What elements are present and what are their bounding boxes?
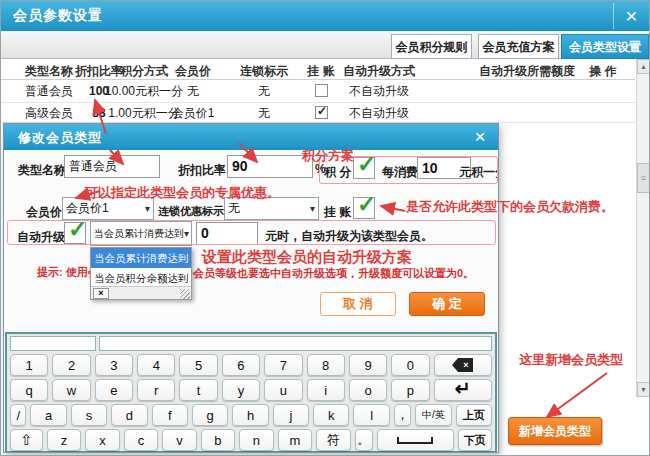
table-row[interactable]: 普通会员10010.00元积一分无无不自动升级 (1, 80, 635, 103)
type-name-label: 类型名称 (18, 162, 66, 179)
space-key[interactable] (377, 429, 454, 451)
points-label: 积 分 (324, 164, 351, 181)
key-2[interactable]: s (71, 404, 107, 426)
key-b2[interactable]: c (124, 429, 158, 451)
key-b6[interactable]: m (278, 429, 312, 451)
dropdown-option-1[interactable]: 当会员积分余额达到 (91, 268, 191, 288)
key-10[interactable]: ， (394, 404, 411, 426)
backspace-key[interactable]: × (434, 354, 492, 376)
add-member-type-button[interactable]: 新增会员类型 (508, 417, 602, 445)
discount-input[interactable] (227, 155, 313, 178)
vertical-scrollbar[interactable]: ▲ ≡ ▼ (636, 59, 650, 397)
space-icon (397, 437, 433, 444)
key-0[interactable]: 0 (391, 354, 429, 376)
dropdown-option-0[interactable]: 当会员累计消费达到 (91, 248, 191, 268)
resize-grip-icon[interactable] (180, 289, 190, 299)
on-screen-keyboard: 1234567890× qwertyuiop↵ /asdfghjkl，中/英上页… (5, 332, 497, 453)
key-b7[interactable]: 符 (316, 429, 350, 451)
column-header-0: 类型名称 (25, 63, 73, 80)
cell-4: 无 (258, 83, 270, 100)
chain-select[interactable]: 无 ▾ (224, 197, 319, 220)
tab-2[interactable]: 会员类型设置 (561, 34, 649, 59)
backspace-icon: × (452, 358, 473, 372)
key-b1[interactable]: x (85, 429, 119, 451)
auto-condition-value: 当会员累计消费达到 (94, 227, 184, 241)
key-0[interactable]: / (10, 404, 26, 426)
key-q[interactable]: q (10, 379, 48, 401)
key-p[interactable]: p (391, 379, 429, 401)
close-icon[interactable]: × (613, 3, 649, 29)
cell-0: 高级会员 (25, 104, 73, 121)
credit-checkbox[interactable] (315, 84, 328, 97)
tab-1[interactable]: 会员充值方案 (478, 34, 559, 59)
scroll-up-icon[interactable]: ▲ (637, 59, 650, 74)
key-b3[interactable]: v (162, 429, 196, 451)
credit-checkbox[interactable]: ✓ (353, 197, 375, 219)
points-checkbox[interactable]: ✓ (353, 157, 375, 179)
credit-checkbox[interactable]: ✓ (315, 106, 328, 119)
key-4[interactable]: f (152, 404, 188, 426)
key-r[interactable]: r (137, 379, 175, 401)
scrollbar-thumb[interactable]: ≡ (637, 163, 650, 193)
key-7[interactable]: j (273, 404, 309, 426)
cell-4: 无 (258, 104, 270, 121)
ok-button[interactable]: 确 定 (409, 292, 485, 316)
key-6[interactable]: 6 (222, 354, 260, 376)
enter-key[interactable]: ↵ (434, 379, 492, 401)
key-y[interactable]: y (222, 379, 260, 401)
shift-key[interactable]: ⇧ (10, 429, 43, 451)
auto-upgrade-checkbox[interactable]: ✓ (64, 222, 86, 244)
column-header-5: 挂 账 (307, 63, 334, 80)
key-3[interactable]: 3 (95, 354, 133, 376)
scroll-down-icon[interactable]: ▼ (637, 382, 650, 397)
key-9[interactable]: 9 (349, 354, 387, 376)
cancel-button[interactable]: 取 消 (320, 292, 396, 316)
column-header-8: 操 作 (589, 63, 616, 80)
auto-amount-input[interactable] (196, 222, 258, 245)
key-5[interactable]: 5 (179, 354, 217, 376)
key-b4[interactable]: b (201, 429, 235, 451)
close-icon[interactable]: × (466, 125, 494, 148)
type-name-input[interactable] (64, 155, 160, 178)
key-5[interactable]: g (192, 404, 228, 426)
auto-suffix-text: 元时，自动升级为该类型会员。 (265, 228, 433, 245)
key-8[interactable]: 8 (307, 354, 345, 376)
key-8[interactable]: k (313, 404, 349, 426)
page-down-key[interactable]: 下页 (458, 429, 492, 451)
key-b5[interactable]: n (239, 429, 273, 451)
column-header-4: 连锁标示 (240, 63, 288, 80)
chain-value: 无 (228, 200, 240, 217)
key-3[interactable]: d (111, 404, 147, 426)
key-w[interactable]: w (52, 379, 90, 401)
key-u[interactable]: u (264, 379, 302, 401)
page-up-key[interactable]: 上页 (456, 404, 492, 426)
dropdown-close-icon[interactable]: × (93, 288, 109, 299)
key-e[interactable]: e (95, 379, 133, 401)
per-spend-suffix: 元积一分 (459, 164, 499, 181)
cell-auto-upgrade: 不自动升级 (349, 83, 409, 100)
check-icon: ✓ (357, 151, 376, 178)
key-9[interactable]: l (353, 404, 389, 426)
key-t[interactable]: t (179, 379, 217, 401)
new-member-annotation: 这里新增会员类型 (519, 351, 623, 369)
key-1[interactable]: a (30, 404, 66, 426)
lang-toggle-key[interactable]: 中/英 (415, 404, 451, 426)
discount-label: 折扣比率 (178, 162, 226, 179)
key-o[interactable]: o (349, 379, 387, 401)
table-row[interactable]: 高级会员881.00元积一分会员价1无✓不自动升级 (1, 103, 635, 123)
key-b0[interactable]: z (47, 429, 81, 451)
check-icon: ✓ (357, 191, 376, 218)
key-6[interactable]: h (232, 404, 268, 426)
key-b8[interactable]: 。 (355, 429, 373, 451)
key-i[interactable]: i (307, 379, 345, 401)
key-7[interactable]: 7 (264, 354, 302, 376)
tab-0[interactable]: 会员积分规则 (391, 34, 472, 59)
auto-condition-dropdown: 当会员累计消费达到当会员积分余额达到 × (90, 247, 192, 300)
key-4[interactable]: 4 (137, 354, 175, 376)
cell-auto-upgrade: 不自动升级 (349, 104, 409, 121)
keyboard-input-box (99, 336, 492, 351)
key-1[interactable]: 1 (10, 354, 48, 376)
auto-condition-select[interactable]: 当会员累计消费达到 ▾ (90, 221, 192, 246)
table-header: 类型名称折扣比率积分方式会员价连锁标示挂 账自动升级方式自动升级所需额度操 作 (1, 59, 635, 80)
key-2[interactable]: 2 (52, 354, 90, 376)
